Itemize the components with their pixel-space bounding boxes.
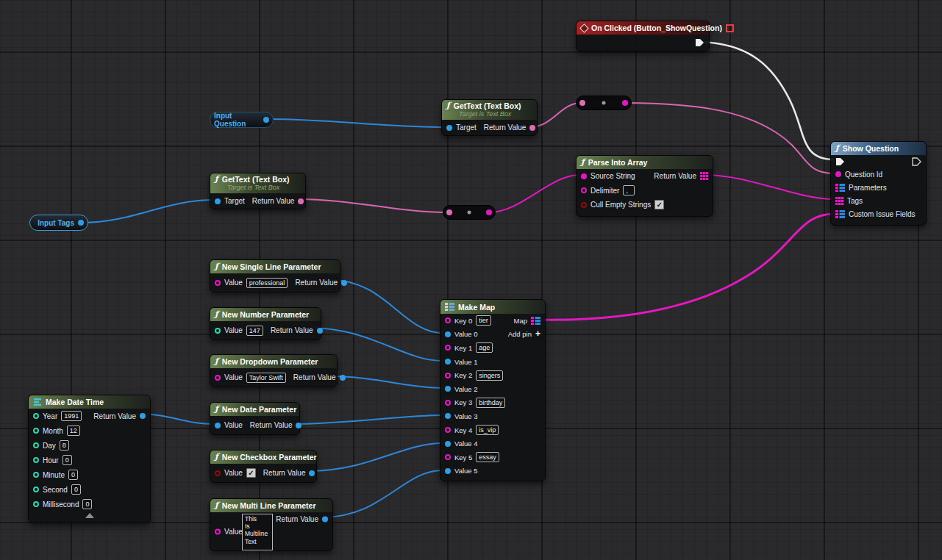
exec-out-pin[interactable] [695,38,704,47]
node-input-tags[interactable]: Input Tags [29,215,88,231]
return-value-pin[interactable] [529,125,535,131]
delimiter-pin[interactable] [581,187,587,193]
value-pin[interactable] [215,375,221,381]
return-value-pin[interactable] [140,413,146,419]
node-new-number-parameter[interactable]: ƒ New Number Parameter Value 147 Return … [210,307,321,340]
month-pin[interactable] [33,428,39,434]
key-0-input[interactable]: tier [476,315,491,326]
node-header[interactable]: ƒ New Dropdown Parameter [210,355,337,368]
value-4-pin[interactable] [445,441,451,447]
delimiter-input[interactable]: , [623,185,635,195]
node-parse-into-array[interactable]: ƒ Parse Into Array Source String Return … [576,155,713,217]
key-3-pin[interactable] [445,400,451,406]
key-2-pin[interactable] [445,373,451,378]
value-input[interactable]: Taylor Swift [246,373,286,383]
millisecond-pin[interactable] [33,501,39,507]
node-header[interactable]: ƒ New Multi Line Parameter [210,499,332,512]
key-1-pin[interactable] [445,345,451,351]
node-gettext-top[interactable]: ƒ GetText (Text Box) Target is Text Box … [441,99,538,136]
node-header[interactable]: ƒ GetText (Text Box) Target is Text Box [210,173,305,193]
year-pin[interactable] [33,413,39,419]
collapse-strip[interactable] [29,513,150,523]
node-new-multiline-parameter[interactable]: ƒ New Multi Line Parameter Value This Is… [210,498,333,551]
value-checkbox[interactable] [246,468,256,478]
reroute-in-pin[interactable] [579,100,585,106]
millisecond-input[interactable]: 0 [82,499,92,509]
node-make-map[interactable]: Make Map Key 0 tier Map Value 0 Add pin … [440,299,546,481]
value-0-pin[interactable] [445,331,451,337]
node-new-date-parameter[interactable]: ƒ New Date Parameter Value Return Value [210,402,300,435]
add-pin-icon[interactable] [535,330,540,338]
node-new-checkbox-parameter[interactable]: ƒ New Checkbox Parameter Value Return Va… [210,450,317,483]
day-pin[interactable] [33,442,39,448]
value-pin[interactable] [215,280,221,286]
node-header[interactable]: ƒ New Date Parameter [210,403,299,416]
reroute-in-pin[interactable] [446,209,452,215]
node-input-question[interactable]: Input Question [210,112,274,128]
value-3-pin[interactable] [445,413,451,419]
array-pin-icon[interactable] [835,197,843,205]
reroute-handle[interactable] [602,101,606,105]
node-header[interactable]: Make Map [440,300,545,314]
node-header[interactable]: ƒ New Number Parameter [210,308,321,321]
collapse-arrow-icon[interactable] [85,513,94,518]
second-pin[interactable] [33,487,39,492]
hour-input[interactable]: 0 [63,455,72,465]
minute-input[interactable]: 0 [68,470,78,480]
value-pin[interactable] [215,423,221,428]
question-id-pin[interactable] [835,171,841,177]
return-value-pin[interactable] [309,470,315,476]
second-input[interactable]: 0 [71,484,81,495]
output-pin[interactable] [263,117,269,123]
node-header[interactable]: ƒ Show Question [831,142,926,155]
node-gettext-bottom[interactable]: ƒ GetText (Text Box) Target is Text Box … [210,173,306,209]
hour-pin[interactable] [33,457,39,463]
node-on-clicked[interactable]: On Clicked (Button_ShowQuestion) [576,21,710,51]
value-2-pin[interactable] [445,386,451,392]
map-pin-icon[interactable] [835,210,845,218]
node-header[interactable]: ƒ New Checkbox Parameter [210,450,316,464]
node-header[interactable]: ƒ New Single Line Parameter [210,260,340,273]
array-pin-icon[interactable] [700,172,708,180]
node-header[interactable]: On Clicked (Button_ShowQuestion) [577,21,709,35]
value-multiline-input[interactable]: This Is Multiline Text [242,514,273,550]
map-output-pin-icon[interactable] [531,317,540,325]
key-3-input[interactable]: birthday [476,398,505,408]
return-value-pin[interactable] [322,516,328,522]
return-value-pin[interactable] [341,280,347,286]
output-pin[interactable] [78,220,84,226]
key-4-input[interactable]: is_vip [476,425,499,435]
reroute-handle[interactable] [468,211,471,215]
node-header[interactable]: ƒ Parse Into Array [577,156,713,169]
month-input[interactable]: 12 [67,426,80,436]
value-input[interactable]: professional [246,278,288,288]
year-input[interactable]: 1991 [61,411,82,421]
value-pin[interactable] [215,470,221,476]
node-make-date-time[interactable]: Make Date Time Year 1991 Return Value Mo… [28,395,151,523]
cull-empty-strings-checkbox[interactable] [654,200,664,209]
exec-out-pin[interactable] [912,157,921,166]
key-5-pin[interactable] [445,454,451,460]
return-value-pin[interactable] [298,198,304,204]
value-input[interactable]: 147 [246,326,263,336]
node-header[interactable]: ƒ GetText (Text Box) Target is Text Box [442,100,537,120]
key-5-input[interactable]: essay [476,452,499,462]
reroute-out-pin[interactable] [622,100,628,106]
minute-pin[interactable] [33,472,39,478]
value-pin[interactable] [215,528,221,534]
delegate-pin-icon[interactable] [726,24,734,32]
value-5-pin[interactable] [445,468,451,474]
day-input[interactable]: 8 [60,440,69,450]
key-0-pin[interactable] [445,317,451,323]
node-new-dropdown-parameter[interactable]: ƒ New Dropdown Parameter Value Taylor Sw… [210,354,338,387]
return-value-pin[interactable] [340,375,346,381]
node-show-question[interactable]: ƒ Show Question Question Id Parameters T… [830,141,927,226]
key-1-input[interactable]: age [476,342,493,353]
key-4-pin[interactable] [445,427,451,433]
reroute-node-top[interactable] [576,96,632,110]
reroute-node-bottom[interactable] [443,205,496,220]
cull-empty-strings-pin[interactable] [581,202,587,208]
exec-in-pin[interactable] [835,157,845,166]
node-header[interactable]: Make Date Time [29,395,150,409]
target-pin[interactable] [446,125,452,131]
